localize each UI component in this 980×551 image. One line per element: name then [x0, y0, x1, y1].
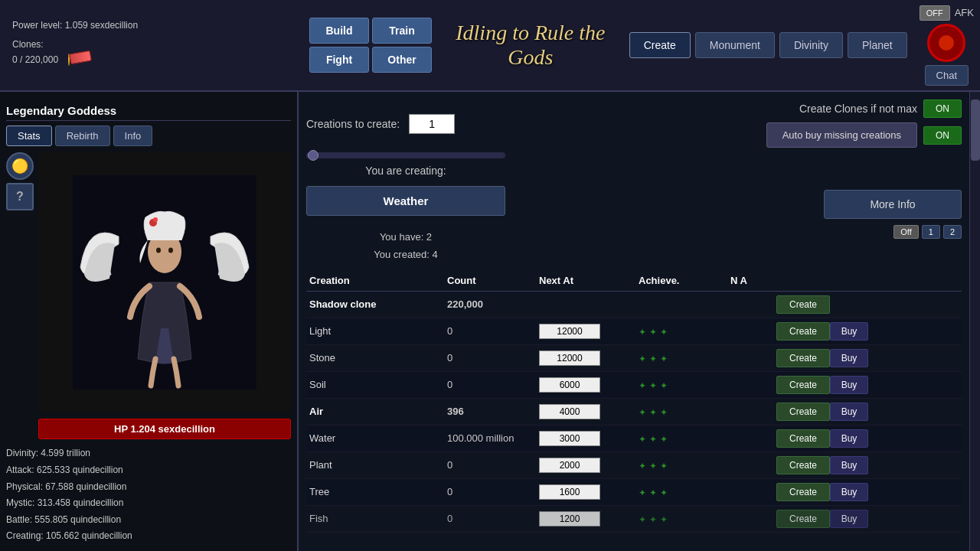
creation-slider[interactable] [306, 152, 505, 158]
next-at-4[interactable] [539, 404, 600, 419]
create-btn-4[interactable]: Create [776, 403, 830, 421]
row-name-6: Plant [309, 459, 447, 471]
create-btn-2[interactable]: Create [776, 349, 830, 367]
star-icon: ✦ [649, 434, 658, 443]
row-count-3: 0 [447, 379, 539, 390]
create-btn-8[interactable]: Create [776, 510, 830, 528]
buy-btn-7[interactable]: Buy [830, 483, 868, 501]
next-at-2[interactable] [539, 350, 600, 366]
scroll-icon[interactable] [69, 51, 92, 65]
sub-tabs: Stats Rebirth Info [6, 126, 291, 146]
table-row: Tree 0 ✦ ✦ ✦ Create Buy [306, 479, 962, 506]
char-question-button[interactable]: ? [6, 183, 34, 210]
star-icon: ✦ [660, 354, 669, 363]
weather-button[interactable]: Weather [306, 186, 505, 216]
avatar-icon [939, 35, 954, 51]
hp-bar: HP 1.204 sexdecillion [38, 419, 291, 439]
creations-label: Creations to create: [306, 118, 400, 130]
create-btn-6[interactable]: Create [776, 456, 830, 474]
star-icon: ✦ [649, 461, 658, 470]
afk-toggle[interactable]: OFF [920, 5, 950, 21]
row-count-2: 0 [447, 352, 539, 364]
star-icon: ✦ [660, 327, 669, 336]
next-at-1[interactable] [539, 324, 600, 339]
avatar[interactable] [927, 24, 965, 62]
svg-point-4 [156, 248, 161, 253]
table-row: Light 0 ✦ ✦ ✦ Create Buy [306, 318, 962, 345]
create-btn-1[interactable]: Create [776, 322, 830, 341]
buy-btn-6[interactable]: Buy [830, 456, 868, 474]
star-icon: ✦ [639, 434, 648, 443]
left-panel: Legendary Goddess Stats Rebirth Info 🟡 ? [0, 92, 299, 551]
next-at-5[interactable] [539, 431, 600, 446]
more-info-button[interactable]: More Info [824, 190, 962, 219]
row-count-1: 0 [447, 325, 539, 337]
scrollbar[interactable] [969, 92, 980, 551]
star-icon: ✦ [639, 514, 648, 523]
star-icon: ✦ [660, 461, 669, 470]
entity-title: Legendary Goddess [6, 101, 291, 121]
create-btn-3[interactable]: Create [776, 376, 830, 394]
star-icon: ✦ [639, 380, 648, 390]
tab-create[interactable]: Create [629, 32, 691, 58]
next-at-3[interactable] [539, 377, 600, 393]
info-tab[interactable]: Info [113, 126, 153, 146]
create-clones-label: Create Clones if not max [799, 103, 917, 115]
buy-btn-4[interactable]: Buy [830, 403, 868, 421]
auto-buy-button[interactable]: Auto buy missing creations [766, 122, 917, 148]
slider-thumb [308, 150, 318, 161]
fight-button[interactable]: Fight [309, 47, 369, 73]
num2-button[interactable]: 2 [943, 225, 962, 239]
buy-btn-3[interactable]: Buy [830, 376, 868, 394]
other-button[interactable]: Other [372, 47, 432, 73]
you-have-label: You have: 2 [374, 228, 437, 246]
auto-buy-toggle[interactable]: ON [923, 126, 962, 145]
char-orb-button[interactable]: 🟡 [6, 152, 34, 180]
stats-tab[interactable]: Stats [6, 126, 52, 146]
col-na: N A [730, 275, 776, 286]
afk-row: OFF AFK [920, 5, 974, 21]
buy-btn-8[interactable]: Buy [830, 510, 868, 528]
player-info: Power level: 1.059 sexdecillion Clones: … [6, 18, 305, 73]
star-icon: ✦ [660, 487, 669, 497]
na-controls: Off 1 2 [893, 225, 962, 239]
right-controls: OFF AFK Chat [920, 5, 974, 86]
tab-planet[interactable]: Planet [848, 32, 907, 58]
you-creating-label: You are creating: [365, 165, 446, 177]
clone-toggle-btn[interactable]: ON [923, 99, 962, 118]
build-button[interactable]: Build [309, 18, 369, 44]
main-tabs: Create Monument Divinity Planet [629, 32, 907, 58]
create-btn-5[interactable]: Create [776, 429, 830, 448]
char-left-controls: 🟡 ? [6, 152, 34, 439]
next-at-8[interactable] [539, 511, 600, 527]
more-info-section: More Info Off 1 2 [824, 190, 962, 239]
buy-btn-5[interactable]: Buy [830, 429, 868, 448]
row-name-1: Light [309, 325, 447, 337]
tab-divinity[interactable]: Divinity [779, 32, 843, 58]
achieve-7: ✦ ✦ ✦ [639, 487, 730, 497]
row-name-5: Water [309, 432, 447, 444]
next-at-7[interactable] [539, 484, 600, 500]
creations-input[interactable] [409, 114, 455, 134]
buy-btn-1[interactable]: Buy [830, 322, 868, 341]
create-btn-7[interactable]: Create [776, 483, 830, 501]
buy-btn-2[interactable]: Buy [830, 349, 868, 367]
tab-monument[interactable]: Monument [695, 32, 775, 58]
clones-info: Clones: 0 / 220,000 [12, 37, 299, 67]
rebirth-tab[interactable]: Rebirth [55, 126, 110, 146]
create-btn-0[interactable]: Create [776, 295, 830, 314]
stats-area: Divinity: 4.599 trillion Attack: 625.533… [6, 445, 291, 545]
star-icon: ✦ [649, 327, 658, 336]
top-controls-row: Creations to create: Create Clones if no… [306, 99, 962, 148]
off-button[interactable]: Off [893, 225, 918, 239]
stat-battle: Battle: 555.805 quindecillion [6, 512, 291, 529]
stat-creating: Creating: 105.662 quindecillion [6, 528, 291, 545]
right-toggles: Create Clones if not max ON Auto buy mis… [766, 99, 962, 148]
num1-button[interactable]: 1 [922, 225, 940, 239]
train-button[interactable]: Train [372, 18, 432, 44]
next-at-6[interactable] [539, 458, 600, 473]
chat-button[interactable]: Chat [925, 65, 969, 86]
row-name-0: Shadow clone [309, 298, 447, 310]
col-creation: Creation [309, 275, 447, 286]
row-name-7: Tree [309, 486, 447, 497]
